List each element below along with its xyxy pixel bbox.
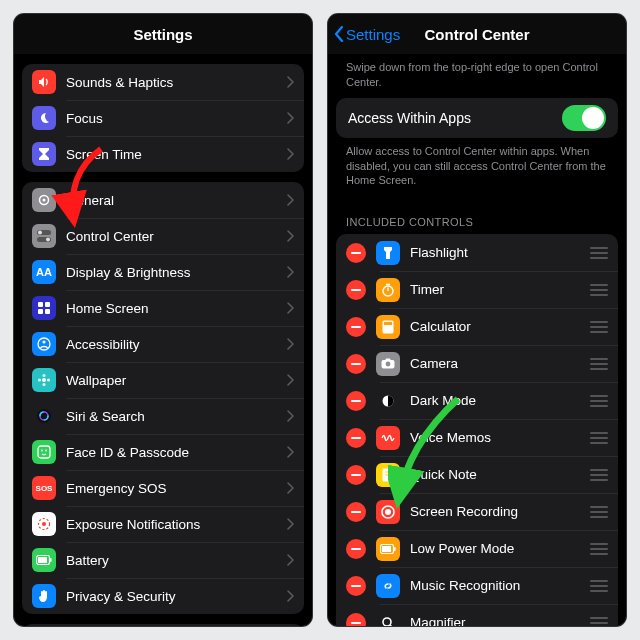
control-row-magnifier[interactable]: Magnifier — [336, 604, 618, 626]
svg-rect-40 — [394, 547, 396, 551]
svg-point-21 — [41, 450, 43, 452]
settings-row-home-screen[interactable]: Home Screen — [22, 290, 304, 326]
record-icon — [376, 500, 400, 524]
remove-button[interactable] — [346, 317, 366, 337]
control-row-dark-mode[interactable]: Dark Mode — [336, 382, 618, 419]
section-header: Included Controls — [328, 198, 626, 232]
access-toggle-on[interactable] — [562, 105, 606, 131]
grid-icon — [32, 296, 56, 320]
settings-row-display-brightness[interactable]: AA Display & Brightness — [22, 254, 304, 290]
remove-button[interactable] — [346, 576, 366, 596]
svg-point-11 — [42, 340, 45, 343]
svg-rect-33 — [386, 359, 391, 362]
reorder-grip-icon[interactable] — [590, 432, 608, 444]
reorder-grip-icon[interactable] — [590, 469, 608, 481]
back-button[interactable]: Settings — [334, 14, 400, 54]
row-label: Wallpaper — [66, 373, 286, 388]
chevron-right-icon — [286, 230, 294, 242]
control-row-calculator[interactable]: Calculator — [336, 308, 618, 345]
settings-row-screen-time[interactable]: Screen Time — [22, 136, 304, 172]
settings-row-sounds-haptics[interactable]: Sounds & Haptics — [22, 64, 304, 100]
hand-icon — [32, 584, 56, 608]
settings-row-emergency-sos[interactable]: SOS Emergency SOS — [22, 470, 304, 506]
control-label: Calculator — [410, 319, 590, 334]
settings-row-control-center[interactable]: Control Center — [22, 218, 304, 254]
chevron-right-icon — [286, 76, 294, 88]
reorder-grip-icon[interactable] — [590, 395, 608, 407]
settings-row-accessibility[interactable]: Accessibility — [22, 326, 304, 362]
settings-row-siri-search[interactable]: Siri & Search — [22, 398, 304, 434]
settings-row-battery[interactable]: Battery — [22, 542, 304, 578]
row-label: Control Center — [66, 229, 286, 244]
control-label: Quick Note — [410, 467, 590, 482]
control-row-camera[interactable]: Camera — [336, 345, 618, 382]
reorder-grip-icon[interactable] — [590, 617, 608, 626]
control-center-screen: Settings Control Center Swipe down from … — [328, 14, 626, 626]
row-label: Privacy & Security — [66, 589, 286, 604]
hint-text: Allow access to Control Center within ap… — [328, 138, 626, 199]
settings-row-privacy-security[interactable]: Privacy & Security — [22, 578, 304, 614]
settings-row-wallpaper[interactable]: Wallpaper — [22, 362, 304, 398]
row-label: Emergency SOS — [66, 481, 286, 496]
person-icon — [32, 332, 56, 356]
settings-row-focus[interactable]: Focus — [22, 100, 304, 136]
control-row-screen-recording[interactable]: Screen Recording — [336, 493, 618, 530]
row-label: General — [66, 193, 286, 208]
control-label: Dark Mode — [410, 393, 590, 408]
row-label: Accessibility — [66, 337, 286, 352]
svg-point-16 — [47, 378, 50, 381]
settings-row-app-store[interactable]: App Store — [22, 624, 304, 626]
svg-point-15 — [38, 378, 41, 381]
row-label: Battery — [66, 553, 286, 568]
settings-row-general[interactable]: General — [22, 182, 304, 218]
svg-point-10 — [38, 338, 50, 350]
nav-bar: Settings — [14, 14, 312, 54]
svg-rect-6 — [38, 302, 43, 307]
reorder-grip-icon[interactable] — [590, 284, 608, 296]
access-within-apps-row[interactable]: Access Within Apps — [336, 98, 618, 138]
svg-point-41 — [382, 580, 394, 592]
row-label: Face ID & Passcode — [66, 445, 286, 460]
control-row-flashlight[interactable]: Flashlight — [336, 234, 618, 271]
control-row-voice-memos[interactable]: Voice Memos — [336, 419, 618, 456]
settings-row-face-id-passcode[interactable]: Face ID & Passcode — [22, 434, 304, 470]
back-label: Settings — [346, 26, 400, 43]
remove-button[interactable] — [346, 391, 366, 411]
row-label: Focus — [66, 111, 286, 126]
svg-point-3 — [38, 231, 42, 235]
page-title: Control Center — [425, 26, 530, 43]
remove-button[interactable] — [346, 280, 366, 300]
svg-rect-8 — [38, 309, 43, 314]
control-row-timer[interactable]: Timer — [336, 271, 618, 308]
calc-icon — [376, 315, 400, 339]
battery-icon — [376, 537, 400, 561]
remove-button[interactable] — [346, 613, 366, 626]
remove-button[interactable] — [346, 465, 366, 485]
control-row-low-power-mode[interactable]: Low Power Mode — [336, 530, 618, 567]
remove-button[interactable] — [346, 428, 366, 448]
control-row-quick-note[interactable]: Quick Note — [336, 456, 618, 493]
remove-button[interactable] — [346, 354, 366, 374]
settings-row-exposure-notifications[interactable]: Exposure Notifications — [22, 506, 304, 542]
reorder-grip-icon[interactable] — [590, 506, 608, 518]
reorder-grip-icon[interactable] — [590, 580, 608, 592]
hourglass-icon — [32, 142, 56, 166]
gear-icon — [32, 188, 56, 212]
hint-text: Swipe down from the top-right edge to op… — [328, 54, 626, 90]
svg-rect-26 — [38, 557, 47, 563]
chevron-right-icon — [286, 482, 294, 494]
remove-button[interactable] — [346, 502, 366, 522]
page-title: Settings — [133, 26, 192, 43]
reorder-grip-icon[interactable] — [590, 321, 608, 333]
face-icon — [32, 440, 56, 464]
remove-button[interactable] — [346, 539, 366, 559]
settings-group-1: Sounds & Haptics Focus Screen Time — [22, 64, 304, 172]
reorder-grip-icon[interactable] — [590, 543, 608, 555]
control-label: Low Power Mode — [410, 541, 590, 556]
reorder-grip-icon[interactable] — [590, 247, 608, 259]
svg-point-17 — [37, 409, 51, 423]
reorder-grip-icon[interactable] — [590, 358, 608, 370]
remove-button[interactable] — [346, 243, 366, 263]
svg-point-42 — [383, 618, 391, 626]
control-row-music-recognition[interactable]: Music Recognition — [336, 567, 618, 604]
